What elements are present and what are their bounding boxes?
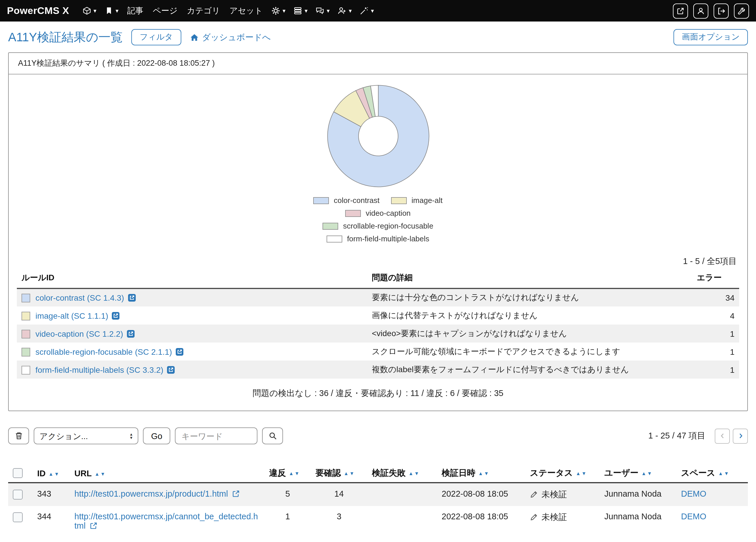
menu-pages[interactable]: ページ	[153, 6, 178, 16]
next-page-button[interactable]	[733, 428, 748, 443]
menu-add-user[interactable]: ▾	[338, 6, 352, 15]
sort-icons[interactable]: ▲▼	[49, 471, 60, 477]
rule-link-video-caption[interactable]: video-caption (SC 1.2.2)	[35, 329, 135, 338]
menu-categories[interactable]: カテゴリ	[187, 6, 220, 16]
results-range-label: 1 - 25 / 47 項目	[648, 430, 705, 441]
keyword-input[interactable]	[175, 428, 258, 444]
delete-button[interactable]	[8, 428, 29, 444]
screen-options-button[interactable]: 画面オプション	[674, 29, 748, 45]
col-header-space[interactable]: スペース▲▼	[676, 464, 748, 483]
sort-icons[interactable]: ▲▼	[576, 471, 587, 476]
rule-link-image-alt[interactable]: image-alt (SC 1.1.1)	[35, 311, 120, 320]
user-plus-icon	[338, 6, 347, 15]
open-site-button[interactable]	[673, 3, 688, 18]
rule-error-count: 4	[692, 307, 739, 325]
col-header-needs-review[interactable]: 要確認▲▼	[311, 464, 367, 483]
external-link-icon[interactable]	[175, 348, 184, 356]
col-header-failed[interactable]: 検証失敗▲▼	[367, 464, 437, 483]
sort-icons[interactable]: ▲▼	[344, 471, 355, 476]
col-header-status[interactable]: ステータス▲▼	[525, 464, 600, 483]
sort-icons[interactable]: ▲▼	[289, 471, 300, 476]
sort-icons[interactable]: ▲▼	[718, 471, 730, 476]
navbar-actions	[673, 3, 749, 18]
rule-link-form-field-multiple-labels[interactable]: form-field-multiple-labels (SC 3.3.2)	[35, 365, 175, 374]
external-link-icon[interactable]	[112, 312, 120, 320]
admin-tools-button[interactable]	[734, 3, 749, 18]
cell-id: 344	[33, 506, 70, 536]
menu-bookmarks[interactable]: ▾	[105, 6, 119, 15]
rule-link-scrollable-region-focusable[interactable]: scrollable-region-focusable (SC 2.1.1)	[35, 347, 184, 356]
col-header-checked-at[interactable]: 検証日時▲▼	[437, 464, 525, 483]
caret-down-icon: ▾	[304, 8, 307, 14]
pencil-icon[interactable]	[530, 513, 538, 521]
col-header-user[interactable]: ユーザー▲▼	[600, 464, 676, 483]
space-link[interactable]: DEMO	[681, 489, 706, 498]
brand-logo[interactable]: PowerCMS X	[7, 5, 69, 17]
legend-swatch	[323, 222, 338, 229]
cell-status: 未検証	[525, 506, 600, 536]
rule-row: video-caption (SC 1.2.2) <video>要素にはキャプシ…	[17, 325, 739, 343]
menu-entries[interactable]: 記事	[127, 6, 144, 16]
search-icon	[268, 432, 277, 440]
menu-settings[interactable]: ▾	[271, 6, 285, 15]
result-url-link[interactable]: http://test01.powercmsx.jp/cannot_be_det…	[74, 512, 258, 530]
legend-item-image-alt[interactable]: image-alt	[391, 196, 443, 205]
rules-col-rule-id: ルールID	[17, 268, 367, 289]
user-icon	[697, 7, 705, 15]
caret-down-icon: ▾	[116, 8, 119, 14]
external-link-icon[interactable]	[167, 366, 175, 374]
page-header: A11Y検証結果の一覧 フィルタ ダッシュボードへ 画面オプション	[0, 22, 756, 52]
col-header-violations[interactable]: 違反▲▼	[264, 464, 311, 483]
rule-link-color-contrast[interactable]: color-contrast (SC 1.4.3)	[35, 293, 136, 303]
rule-error-count: 1	[692, 343, 739, 361]
cell-status: 未検証	[525, 483, 600, 506]
rule-error-count: 1	[692, 361, 739, 379]
sort-icons[interactable]: ▲▼	[95, 471, 106, 477]
menu-assets[interactable]: アセット	[230, 6, 263, 16]
row-checkbox[interactable]	[13, 512, 23, 522]
action-select[interactable]: アクション...	[34, 428, 138, 444]
result-url-link[interactable]: http://test01.powercmsx.jp/product/1.htm…	[74, 489, 228, 498]
menu-comments[interactable]: ▾	[316, 6, 330, 15]
account-button[interactable]	[693, 3, 708, 18]
sort-icons[interactable]: ▲▼	[409, 471, 420, 476]
external-link-icon[interactable]	[127, 330, 135, 338]
rule-detail: 要素には十分な色のコントラストがなければなりません	[367, 289, 692, 307]
select-all-checkbox[interactable]	[13, 468, 23, 478]
row-checkbox[interactable]	[13, 489, 23, 499]
go-button[interactable]: Go	[143, 428, 171, 444]
cell-failed	[367, 506, 437, 536]
legend-item-video-caption[interactable]: video-caption	[345, 209, 411, 217]
legend-swatch	[327, 235, 342, 242]
col-header-url[interactable]: URL▲▼	[70, 464, 264, 483]
gear-icon	[271, 6, 280, 15]
sign-out-button[interactable]	[714, 3, 729, 18]
chevron-left-icon	[719, 432, 726, 440]
prev-page-button[interactable]	[715, 428, 730, 443]
filter-button[interactable]: フィルタ	[132, 29, 181, 45]
app-root: PowerCMS X ▾ ▾ 記事 ページ カテゴリ アセット ▾ ▾ ▾ ▾	[0, 0, 756, 542]
external-link-icon[interactable]	[90, 522, 98, 530]
search-button[interactable]	[262, 428, 283, 444]
sort-icons[interactable]: ▲▼	[478, 471, 490, 476]
col-header-id[interactable]: ID▲▼	[33, 464, 70, 483]
space-link[interactable]: DEMO	[681, 512, 706, 521]
external-link-icon[interactable]	[232, 490, 240, 498]
home-icon	[190, 33, 198, 42]
legend-swatch	[345, 210, 361, 216]
legend-item-color-contrast[interactable]: color-contrast	[313, 196, 380, 205]
pencil-icon[interactable]	[530, 490, 538, 498]
legend-item-scrollable-region-focusable[interactable]: scrollable-region-focusable	[323, 221, 433, 230]
dashboard-link[interactable]: ダッシュボードへ	[190, 32, 271, 43]
pager	[715, 428, 748, 443]
external-link-icon[interactable]	[128, 294, 136, 302]
rule-swatch	[22, 366, 30, 374]
legend-item-form-field-multiple-labels[interactable]: form-field-multiple-labels	[327, 234, 429, 243]
rule-swatch	[22, 294, 30, 303]
cell-user: Junnama Noda	[600, 483, 676, 506]
rule-detail: 画像には代替テキストがなければなりません	[367, 307, 692, 325]
sort-icons[interactable]: ▲▼	[641, 471, 653, 476]
menu-tools[interactable]: ▾	[360, 6, 374, 15]
menu-objects[interactable]: ▾	[83, 6, 96, 15]
menu-data[interactable]: ▾	[293, 6, 307, 15]
